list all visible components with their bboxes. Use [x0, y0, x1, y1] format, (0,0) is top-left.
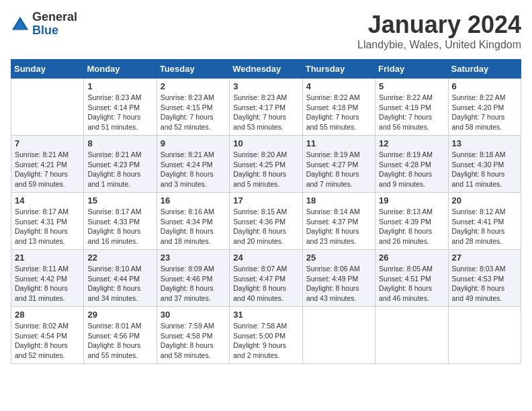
calendar-header-row: SundayMondayTuesdayWednesdayThursdayFrid…: [11, 60, 521, 79]
weekday-header: Monday: [84, 60, 157, 79]
calendar-cell: [375, 307, 448, 364]
cell-content: Sunrise: 8:23 AMSunset: 4:14 PMDaylight:…: [87, 93, 141, 131]
calendar-cell: 28 Sunrise: 8:02 AMSunset: 4:54 PMDaylig…: [11, 307, 84, 364]
cell-content: Sunrise: 8:20 AMSunset: 4:25 PMDaylight:…: [233, 150, 287, 188]
day-number: 10: [233, 138, 298, 148]
cell-content: Sunrise: 8:12 AMSunset: 4:41 PMDaylight:…: [452, 208, 506, 245]
day-number: 15: [87, 195, 152, 205]
day-number: 1: [87, 81, 152, 91]
cell-content: Sunrise: 8:17 AMSunset: 4:31 PMDaylight:…: [15, 208, 69, 245]
calendar-cell: 29 Sunrise: 8:01 AMSunset: 4:56 PMDaylig…: [84, 307, 157, 364]
cell-content: Sunrise: 8:18 AMSunset: 4:30 PMDaylight:…: [452, 150, 506, 188]
logo: General Blue: [11, 11, 77, 38]
weekday-header: Saturday: [448, 60, 521, 79]
calendar-cell: 10 Sunrise: 8:20 AMSunset: 4:25 PMDaylig…: [230, 136, 302, 193]
day-number: 19: [379, 195, 444, 205]
calendar-cell: 9 Sunrise: 8:21 AMSunset: 4:24 PMDayligh…: [157, 136, 229, 193]
calendar-cell: 19 Sunrise: 8:13 AMSunset: 4:39 PMDaylig…: [375, 193, 448, 250]
calendar-week-row: 1 Sunrise: 8:23 AMSunset: 4:14 PMDayligh…: [11, 79, 521, 136]
calendar-cell: 31 Sunrise: 7:58 AMSunset: 5:00 PMDaylig…: [230, 307, 302, 364]
calendar-cell: 27 Sunrise: 8:03 AMSunset: 4:53 PMDaylig…: [448, 250, 521, 307]
day-number: 17: [233, 195, 298, 205]
cell-content: Sunrise: 7:59 AMSunset: 4:58 PMDaylight:…: [161, 322, 214, 359]
month-title: January 2024: [357, 11, 521, 39]
calendar-cell: 4 Sunrise: 8:22 AMSunset: 4:18 PMDayligh…: [302, 79, 375, 136]
day-number: 8: [87, 138, 152, 148]
cell-content: Sunrise: 8:07 AMSunset: 4:47 PMDaylight:…: [233, 265, 287, 302]
calendar-cell: 1 Sunrise: 8:23 AMSunset: 4:14 PMDayligh…: [84, 79, 157, 136]
cell-content: Sunrise: 8:21 AMSunset: 4:21 PMDaylight:…: [15, 150, 69, 188]
day-number: 13: [452, 138, 517, 148]
day-number: 18: [306, 195, 371, 205]
calendar-cell: 7 Sunrise: 8:21 AMSunset: 4:21 PMDayligh…: [11, 136, 84, 193]
cell-content: Sunrise: 8:21 AMSunset: 4:24 PMDaylight:…: [161, 150, 214, 188]
day-number: 28: [15, 310, 80, 320]
calendar-cell: 13 Sunrise: 8:18 AMSunset: 4:30 PMDaylig…: [448, 136, 521, 193]
cell-content: Sunrise: 8:19 AMSunset: 4:27 PMDaylight:…: [306, 150, 360, 188]
calendar-cell: 12 Sunrise: 8:19 AMSunset: 4:28 PMDaylig…: [375, 136, 448, 193]
cell-content: Sunrise: 8:23 AMSunset: 4:15 PMDaylight:…: [161, 93, 214, 131]
logo-line1: General: [32, 11, 77, 24]
calendar-cell: 23 Sunrise: 8:09 AMSunset: 4:46 PMDaylig…: [157, 250, 229, 307]
day-number: 30: [161, 310, 226, 320]
cell-content: Sunrise: 8:06 AMSunset: 4:49 PMDaylight:…: [306, 265, 360, 302]
day-number: 9: [161, 138, 226, 148]
day-number: 7: [15, 138, 80, 148]
cell-content: Sunrise: 8:15 AMSunset: 4:36 PMDaylight:…: [233, 208, 287, 245]
logo-text: General Blue: [32, 11, 77, 38]
day-number: 14: [15, 195, 80, 205]
day-number: 11: [306, 138, 371, 148]
day-number: 12: [379, 138, 444, 148]
day-number: 22: [87, 253, 152, 263]
day-number: 21: [15, 253, 80, 263]
weekday-header: Friday: [375, 60, 448, 79]
calendar-cell: [11, 79, 84, 136]
weekday-header: Thursday: [302, 60, 375, 79]
title-area: January 2024 Llandybie, Wales, United Ki…: [357, 11, 521, 51]
weekday-header: Wednesday: [230, 60, 302, 79]
cell-content: Sunrise: 7:58 AMSunset: 5:00 PMDaylight:…: [233, 322, 287, 359]
cell-content: Sunrise: 8:19 AMSunset: 4:28 PMDaylight:…: [379, 150, 433, 188]
day-number: 20: [452, 195, 517, 205]
calendar-cell: 3 Sunrise: 8:23 AMSunset: 4:17 PMDayligh…: [230, 79, 302, 136]
cell-content: Sunrise: 8:10 AMSunset: 4:44 PMDaylight:…: [87, 265, 141, 302]
day-number: 25: [306, 253, 371, 263]
day-number: 5: [379, 81, 444, 91]
logo-line2: Blue: [32, 24, 77, 38]
calendar-cell: 20 Sunrise: 8:12 AMSunset: 4:41 PMDaylig…: [448, 193, 521, 250]
location: Llandybie, Wales, United Kingdom: [357, 39, 521, 51]
cell-content: Sunrise: 8:01 AMSunset: 4:56 PMDaylight:…: [87, 322, 141, 359]
calendar-table: SundayMondayTuesdayWednesdayThursdayFrid…: [11, 59, 521, 364]
calendar-week-row: 14 Sunrise: 8:17 AMSunset: 4:31 PMDaylig…: [11, 193, 521, 250]
calendar-cell: 11 Sunrise: 8:19 AMSunset: 4:27 PMDaylig…: [302, 136, 375, 193]
day-number: 23: [161, 253, 226, 263]
cell-content: Sunrise: 8:03 AMSunset: 4:53 PMDaylight:…: [452, 265, 506, 302]
calendar-cell: 5 Sunrise: 8:22 AMSunset: 4:19 PMDayligh…: [375, 79, 448, 136]
weekday-header: Sunday: [11, 60, 84, 79]
weekday-header: Tuesday: [157, 60, 229, 79]
cell-content: Sunrise: 8:23 AMSunset: 4:17 PMDaylight:…: [233, 93, 287, 131]
day-number: 24: [233, 253, 298, 263]
day-number: 4: [306, 81, 371, 91]
cell-content: Sunrise: 8:13 AMSunset: 4:39 PMDaylight:…: [379, 208, 433, 245]
calendar-cell: 14 Sunrise: 8:17 AMSunset: 4:31 PMDaylig…: [11, 193, 84, 250]
calendar-cell: 26 Sunrise: 8:05 AMSunset: 4:51 PMDaylig…: [375, 250, 448, 307]
calendar-cell: 2 Sunrise: 8:23 AMSunset: 4:15 PMDayligh…: [157, 79, 229, 136]
cell-content: Sunrise: 8:22 AMSunset: 4:19 PMDaylight:…: [379, 93, 433, 131]
cell-content: Sunrise: 8:22 AMSunset: 4:18 PMDaylight:…: [306, 93, 360, 131]
calendar-cell: 30 Sunrise: 7:59 AMSunset: 4:58 PMDaylig…: [157, 307, 229, 364]
cell-content: Sunrise: 8:02 AMSunset: 4:54 PMDaylight:…: [15, 322, 69, 359]
calendar-cell: 8 Sunrise: 8:21 AMSunset: 4:23 PMDayligh…: [84, 136, 157, 193]
calendar-cell: 21 Sunrise: 8:11 AMSunset: 4:42 PMDaylig…: [11, 250, 84, 307]
day-number: 27: [452, 253, 517, 263]
calendar-cell: 16 Sunrise: 8:16 AMSunset: 4:34 PMDaylig…: [157, 193, 229, 250]
day-number: 3: [233, 81, 298, 91]
day-number: 26: [379, 253, 444, 263]
day-number: 2: [161, 81, 226, 91]
calendar-week-row: 28 Sunrise: 8:02 AMSunset: 4:54 PMDaylig…: [11, 307, 521, 364]
cell-content: Sunrise: 8:16 AMSunset: 4:34 PMDaylight:…: [161, 208, 214, 245]
calendar-cell: 6 Sunrise: 8:22 AMSunset: 4:20 PMDayligh…: [448, 79, 521, 136]
header: General Blue January 2024 Llandybie, Wal…: [11, 11, 521, 51]
calendar-week-row: 7 Sunrise: 8:21 AMSunset: 4:21 PMDayligh…: [11, 136, 521, 193]
calendar-cell: [302, 307, 375, 364]
